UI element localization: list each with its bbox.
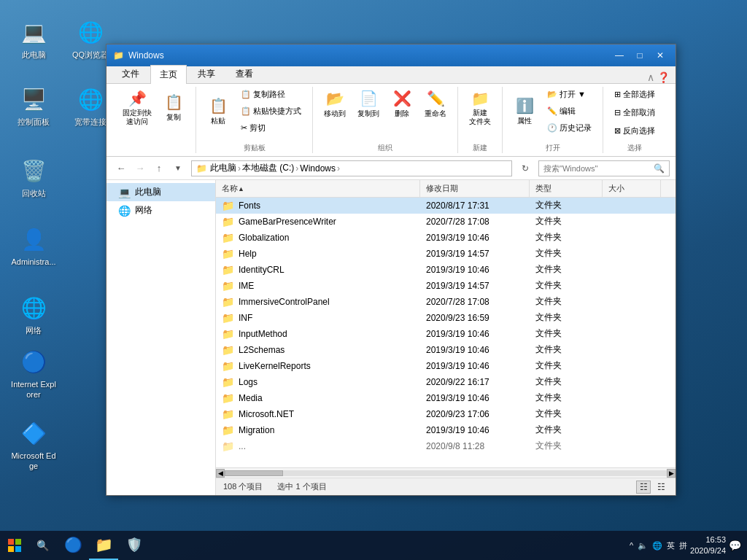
tray-network-icon[interactable]: 🌐 — [652, 541, 662, 551]
table-row[interactable]: 📁ImmersiveControlPanel 2020/7/28 17:08 文… — [216, 294, 676, 310]
forward-button[interactable]: → — [131, 160, 149, 177]
up-button[interactable]: ↑ — [150, 160, 168, 177]
history-button[interactable]: 🕐 历史记录 — [542, 120, 597, 136]
pin-button[interactable]: 📌 固定到快速访问 — [118, 87, 156, 129]
table-row[interactable]: 📁Globalization 2019/3/19 10:46 文件夹 — [216, 230, 676, 246]
move-to-button[interactable]: 📂 移动到 — [319, 87, 351, 122]
copy-path-button[interactable]: 📋 复制路径 — [236, 87, 306, 102]
edit-button[interactable]: ✏️ 编辑 — [542, 104, 597, 119]
open-col: 📂 打开 ▼ ✏️ 编辑 🕐 历史记录 — [542, 87, 597, 136]
delete-button[interactable]: ❌ 删除 — [386, 87, 418, 122]
nav-item-thispc[interactable]: 💻 此电脑 — [107, 183, 215, 201]
file-date: 2020/7/28 17:08 — [420, 297, 530, 307]
notification-icon[interactable]: 💬 — [729, 540, 741, 551]
new-folder-button[interactable]: 📁 新建文件夹 — [464, 87, 496, 129]
taskbar-shield-button[interactable]: 🛡️ — [120, 531, 149, 560]
select-none-button[interactable]: ⊟ 全部取消 — [609, 105, 660, 120]
paste-shortcut-button[interactable]: 📋 粘贴快捷方式 — [236, 104, 306, 119]
desktop-icon-edge[interactable]: 🔷 Microsoft Edge — [7, 416, 60, 475]
tray-ime-english[interactable]: 英 — [667, 540, 675, 551]
recycle-label: 回收站 — [22, 188, 46, 198]
rename-button[interactable]: ✏️ 重命名 — [419, 87, 452, 122]
tab-home[interactable]: 主页 — [150, 65, 187, 84]
copy-button[interactable]: 📋 复制 — [158, 90, 190, 125]
col-header-name[interactable]: 名称 ▲ — [216, 180, 420, 197]
table-row[interactable]: 📁... 2020/9/8 11:28 文件夹 — [216, 438, 676, 454]
hscroll-thumb[interactable] — [225, 470, 283, 476]
history-icon: 🕐 — [547, 123, 557, 133]
open-button[interactable]: 📂 打开 ▼ — [542, 87, 597, 102]
col-header-date[interactable]: 修改日期 — [420, 180, 530, 197]
copy-to-button[interactable]: 📄 复制到 — [352, 87, 384, 122]
tray-speaker-icon[interactable]: 🔈 — [638, 541, 648, 551]
close-button[interactable]: ✕ — [651, 48, 670, 63]
breadcrumb-c[interactable]: 本地磁盘 (C:) — [242, 162, 294, 174]
horizontal-scrollbar[interactable]: ◀ ▶ — [216, 467, 676, 478]
start-button[interactable] — [0, 531, 29, 560]
hscroll-track[interactable] — [225, 470, 667, 476]
tray-ime-pinyin[interactable]: 拼 — [679, 540, 687, 551]
col-header-size[interactable]: 大小 — [603, 180, 661, 197]
back-button[interactable]: ← — [112, 160, 130, 177]
file-name: Media — [239, 393, 263, 403]
minimize-button[interactable]: — — [610, 48, 629, 63]
taskbar-clock[interactable]: 16:53 2020/9/24 — [690, 534, 726, 557]
table-row[interactable]: 📁InputMethod 2019/3/19 10:46 文件夹 — [216, 326, 676, 342]
hscroll-left[interactable]: ◀ — [216, 469, 225, 478]
ribbon-group-open: ℹ️ 属性 📂 打开 ▼ ✏️ 编辑 🕐 — [503, 87, 603, 153]
address-path[interactable]: 📁 此电脑 › 本地磁盘 (C:) › Windows › — [191, 160, 512, 176]
cut-button[interactable]: ✂ 剪切 — [236, 120, 306, 136]
invert-select-button[interactable]: ⊠ 反向选择 — [609, 123, 660, 139]
nav-item-network[interactable]: 🌐 网络 — [107, 201, 215, 219]
tray-chevron[interactable]: ^ — [630, 541, 633, 550]
desktop-icon-recycle[interactable]: 🗑️ 回收站 — [7, 153, 60, 201]
hscroll-right[interactable]: ▶ — [667, 469, 676, 478]
refresh-button[interactable]: ↻ — [516, 160, 534, 177]
table-row[interactable]: 📁Fonts 2020/8/17 17:31 文件夹 — [216, 198, 676, 214]
paste-button[interactable]: 📋 粘贴 — [202, 94, 234, 129]
desktop-icon-ie[interactable]: 🔵 Internet Explorer — [7, 344, 60, 403]
nav-thispc-label: 此电脑 — [135, 186, 161, 198]
desktop-icon-control[interactable]: 🖥️ 控制面板 — [7, 82, 60, 130]
clipboard-buttons: 📋 粘贴 📋 复制路径 📋 粘贴快捷方式 ✂ — [202, 87, 306, 136]
col-header-type[interactable]: 类型 — [530, 180, 603, 197]
tab-view[interactable]: 查看 — [226, 64, 263, 83]
table-row[interactable]: 📁IME 2019/3/19 14:57 文件夹 — [216, 278, 676, 294]
breadcrumb-thispc[interactable]: 此电脑 — [210, 162, 236, 174]
breadcrumb-windows[interactable]: Windows — [300, 163, 336, 174]
maximize-button[interactable]: □ — [630, 48, 649, 63]
table-row[interactable]: 📁Migration 2019/3/19 10:46 文件夹 — [216, 422, 676, 438]
help-button[interactable]: ❓ — [657, 71, 670, 83]
desktop-icon-network[interactable]: 🌐 网络 — [7, 290, 60, 338]
table-row[interactable]: 📁LiveKernelReports 2019/3/19 10:46 文件夹 — [216, 358, 676, 374]
file-name: Globalization — [239, 233, 289, 243]
tab-file[interactable]: 文件 — [112, 64, 149, 83]
large-icon-view-button[interactable]: ☷ — [654, 481, 668, 494]
desktop-icon-admin[interactable]: 👤 Administra... — [7, 222, 60, 270]
taskbar-explorer-button[interactable]: 📁 — [89, 531, 118, 560]
table-row[interactable]: 📁Media 2019/3/19 10:46 文件夹 — [216, 390, 676, 406]
file-list-area: 名称 ▲ 修改日期 类型 大小 📁Fonts 2020/8/17 17:31 文… — [216, 180, 676, 495]
table-row[interactable]: 📁Logs 2020/9/22 16:17 文件夹 — [216, 374, 676, 390]
desktop-icon-thispc[interactable]: 💻 此电脑 — [7, 15, 60, 63]
table-row[interactable]: 📁L2Schemas 2019/3/19 10:46 文件夹 — [216, 342, 676, 358]
tab-share[interactable]: 共享 — [188, 64, 225, 83]
file-name: Microsoft.NET — [239, 409, 294, 419]
table-row[interactable]: 📁INF 2020/9/23 16:59 文件夹 — [216, 310, 676, 326]
file-type: 文件夹 — [530, 199, 603, 211]
select-all-button[interactable]: ⊞ 全部选择 — [609, 87, 660, 102]
file-date: 2019/3/19 10:46 — [420, 329, 530, 339]
table-row[interactable]: 📁Help 2019/3/19 14:57 文件夹 — [216, 246, 676, 262]
table-row[interactable]: 📁Microsoft.NET 2020/9/23 17:06 文件夹 — [216, 406, 676, 422]
taskbar-search-button[interactable]: 🔍 — [29, 531, 55, 560]
properties-button[interactable]: ℹ️ 属性 — [508, 94, 541, 129]
table-row[interactable]: 📁GameBarPresenceWriter 2020/7/28 17:08 文… — [216, 214, 676, 230]
details-view-button[interactable]: ☷ — [636, 481, 651, 494]
recent-button[interactable]: ▼ — [169, 160, 187, 177]
folder-icon: 📁 — [222, 200, 234, 211]
taskbar-ie-button[interactable]: 🔵 — [58, 531, 88, 560]
search-input[interactable] — [543, 164, 651, 173]
file-name: Migration — [239, 425, 274, 435]
table-row[interactable]: 📁IdentityCRL 2019/3/19 10:46 文件夹 — [216, 262, 676, 278]
ribbon-collapse-button[interactable]: ∧ — [647, 71, 654, 83]
